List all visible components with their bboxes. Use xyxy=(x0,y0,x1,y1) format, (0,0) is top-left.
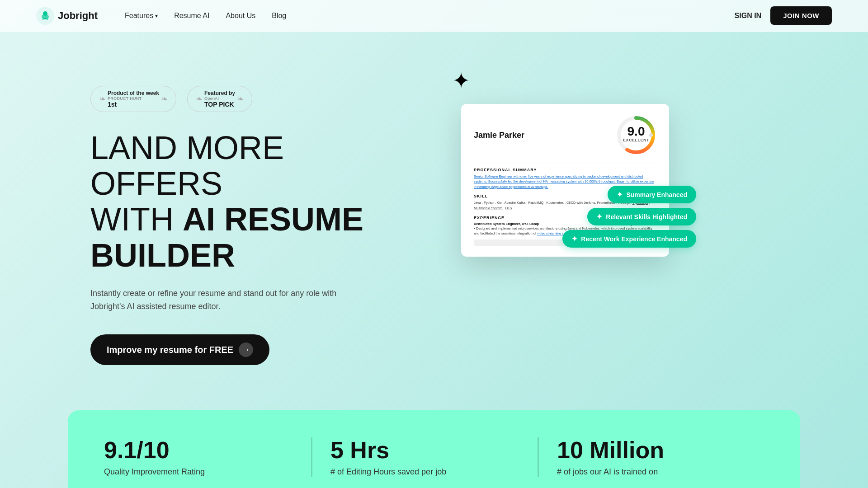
summary-enhanced-badge: ✦ Summary Enhanced xyxy=(608,186,696,203)
floating-badges: ✦ Summary Enhanced ✦ Relevant Skills Hig… xyxy=(562,186,696,248)
sparkle-icon: ✦ xyxy=(452,68,470,93)
nav-about-us[interactable]: About Us xyxy=(226,12,255,20)
resume-candidate-name: Jamie Parker xyxy=(474,131,524,140)
stats-section: 9.1/10 Quality Improvement Rating 5 Hrs … xyxy=(68,410,800,488)
score-inner: 9.0 EXCELLENT xyxy=(623,125,649,142)
logo-icon xyxy=(36,7,54,25)
svg-point-2 xyxy=(43,11,47,16)
stat-hours-number: 5 Hrs xyxy=(330,437,519,463)
stat-hours: 5 Hrs # of Editing Hours saved per job xyxy=(311,437,538,476)
chevron-down-icon: ▾ xyxy=(155,13,158,19)
laurel-left-icon: ❧ xyxy=(99,94,106,104)
resume-card-header: Jamie Parker xyxy=(474,115,656,155)
stat-jobs-number: 10 Million xyxy=(557,437,746,463)
improve-resume-button[interactable]: Improve my resume for FREE → xyxy=(90,334,269,365)
resume-divider-1 xyxy=(474,163,656,163)
product-hunt-badge: ❧ Product of the week PRODUCT HUNT 1st ❧ xyxy=(90,86,176,112)
badge-laurel-2: ❧ Featured by OpenAI TOP PICK ❧ xyxy=(196,90,244,108)
openai-badge: ❧ Featured by OpenAI TOP PICK ❧ xyxy=(187,86,252,112)
logo-link[interactable]: Jobright xyxy=(36,7,98,25)
sparkle-skills-icon: ✦ xyxy=(596,212,602,221)
hero-right: ✦ Jamie Parker xyxy=(443,68,669,257)
nav-links: Features ▾ Resume AI About Us Blog xyxy=(125,12,735,20)
navbar: Jobright Features ▾ Resume AI About Us B… xyxy=(0,0,868,32)
hero-left: ❧ Product of the week PRODUCT HUNT 1st ❧… xyxy=(90,68,407,365)
sparkle-summary-icon: ✦ xyxy=(617,190,623,199)
svg-point-5 xyxy=(649,133,653,137)
experience-enhanced-badge: ✦ Recent Work Experience Enhanced xyxy=(562,230,696,248)
laurel-right2-icon: ❧ xyxy=(237,94,244,104)
sign-in-button[interactable]: SIGN IN xyxy=(735,12,762,20)
badge-laurel-1: ❧ Product of the week PRODUCT HUNT 1st ❧ xyxy=(99,90,168,108)
score-circle: 9.0 EXCELLENT xyxy=(616,115,656,155)
hero-subtitle: Instantly create or refine your resume a… xyxy=(90,287,344,313)
stat-quality-number: 9.1/10 xyxy=(104,437,293,463)
stat-quality: 9.1/10 Quality Improvement Rating xyxy=(104,437,311,476)
stat-hours-desc: # of Editing Hours saved per job xyxy=(330,467,519,477)
stat-jobs-desc: # of jobs our AI is trained on xyxy=(557,467,746,477)
stat-jobs: 10 Million # of jobs our AI is trained o… xyxy=(538,437,764,476)
stat-quality-desc: Quality Improvement Rating xyxy=(104,467,293,477)
nav-actions: SIGN IN JOIN NOW xyxy=(735,6,832,25)
resume-preview-card: Jamie Parker xyxy=(461,104,669,257)
sparkle-experience-icon: ✦ xyxy=(571,235,577,243)
nav-blog[interactable]: Blog xyxy=(272,12,286,20)
logo-text: Jobright xyxy=(58,10,98,22)
hero-heading: LAND MORE OFFERS WITH AI RESUME BUILDER xyxy=(90,130,407,273)
nav-features[interactable]: Features ▾ xyxy=(125,12,158,20)
join-now-button[interactable]: JOIN NOW xyxy=(770,6,832,25)
nav-resume-ai[interactable]: Resume AI xyxy=(174,12,209,20)
resume-professional-summary-title: PROFESSIONAL SUMMARY xyxy=(474,168,656,172)
hero-section: ❧ Product of the week PRODUCT HUNT 1st ❧… xyxy=(0,32,868,392)
laurel-right-icon: ❧ xyxy=(161,94,168,104)
laurel-left2-icon: ❧ xyxy=(196,94,203,104)
arrow-right-icon: → xyxy=(239,343,253,357)
skills-highlighted-badge: ✦ Relevant Skills Highlighted xyxy=(587,208,696,225)
award-badges: ❧ Product of the week PRODUCT HUNT 1st ❧… xyxy=(90,86,407,112)
